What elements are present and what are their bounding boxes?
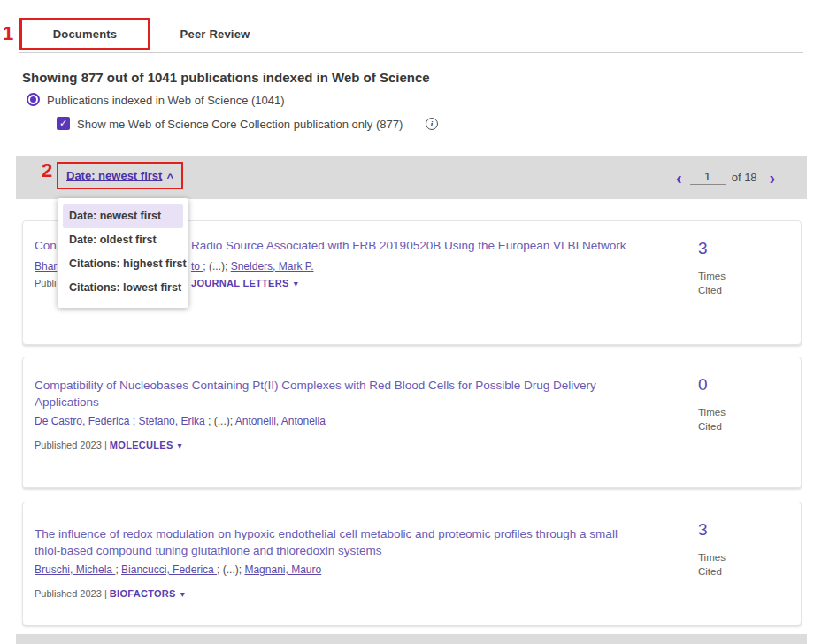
times-cited-label: Times Cited — [698, 269, 795, 297]
author-link[interactable]: Bhar — [35, 260, 57, 272]
sort-option-citations-lowest[interactable]: Citations: lowest first — [58, 276, 188, 300]
times-cited-label-line: Cited — [698, 419, 795, 433]
publication-title[interactable]: The influence of redox modulation on hyp… — [35, 525, 623, 559]
radio-indexed-publications-label[interactable]: Publications indexed in Web of Science (… — [47, 94, 285, 107]
authors-fragment: to ; (...); Snelders, Mark P. — [191, 260, 314, 272]
annotation-step-2: 2 — [42, 159, 52, 182]
times-cited-label-line: Times — [698, 550, 795, 564]
times-cited-count[interactable]: 0 — [698, 375, 795, 395]
sort-option-date-oldest[interactable]: Date: oldest first — [58, 228, 188, 252]
publication-authors-row: De Castro, Federica ; Stefano, Erika ; (… — [35, 415, 629, 427]
tab-documents-label: Documents — [53, 27, 118, 41]
page-count-label: of 18 — [732, 171, 757, 184]
tab-peer-review[interactable]: Peer Review — [166, 18, 264, 50]
author-link[interactable]: to — [191, 260, 203, 272]
times-cited-label-line: Cited — [698, 564, 795, 579]
next-page-icon[interactable]: › — [768, 169, 778, 187]
author-link[interactable]: Bruschi, Michela — [35, 564, 115, 576]
page-number-input[interactable]: 1 — [690, 170, 726, 185]
author-link[interactable]: Antonelli, Antonella — [235, 415, 326, 427]
publication-title-fragment[interactable]: Radio Source Associated with FRB 2019052… — [191, 239, 626, 252]
caret-down-icon[interactable]: ▾ — [180, 589, 185, 599]
published-date: Published 2023 — [35, 588, 102, 599]
authors-separator: ; (...); — [217, 564, 244, 576]
published-date: Published 2023 — [35, 440, 102, 450]
publication-meta-row: Published 2023 | MOLECULES▾ — [35, 440, 629, 450]
publication-title[interactable]: Compatibility of Nucleobases Containing … — [35, 377, 623, 410]
wos-researcher-documents-page: 1 Documents Peer Review Showing 877 out … — [0, 0, 814, 644]
times-cited-block: 3 Times Cited — [698, 239, 795, 297]
times-cited-count[interactable]: 3 — [698, 520, 795, 540]
publication-card-content: Compatibility of Nucleobases Containing … — [35, 377, 629, 450]
authors-separator: ; (...); — [208, 415, 235, 427]
next-toolbar-edge — [16, 634, 807, 644]
radio-indexed-publications[interactable] — [27, 93, 40, 106]
publication-authors-row: Bruschi, Michela ; Biancucci, Federica ;… — [35, 564, 629, 576]
times-cited-block: 0 Times Cited — [698, 375, 795, 433]
sort-dropdown-button[interactable]: Date: newest first ^ — [57, 162, 183, 189]
times-cited-label-line: Cited — [698, 283, 795, 297]
author-link[interactable]: Snelders, Mark P. — [231, 260, 314, 272]
core-collection-checkbox-label[interactable]: Show me Web of Science Core Collection p… — [77, 118, 403, 131]
journal-name[interactable]: JOURNAL LETTERS — [191, 278, 289, 288]
journal-fragment: JOURNAL LETTERS▾ — [191, 278, 298, 288]
times-cited-block: 3 Times Cited — [698, 520, 795, 579]
sort-option-date-newest[interactable]: Date: newest first — [63, 204, 183, 228]
tab-peer-review-label: Peer Review — [180, 27, 250, 41]
journal-name[interactable]: MOLECULES — [110, 440, 173, 450]
meta-separator: | — [104, 440, 107, 450]
core-collection-checkbox[interactable]: ✓ — [57, 117, 70, 130]
sort-options-menu: Date: newest first Date: oldest first Ci… — [58, 198, 188, 308]
publication-title-fragment[interactable]: Con — [35, 239, 57, 252]
times-cited-label: Times Cited — [698, 405, 795, 433]
journal-name[interactable]: BIOFACTORS — [110, 588, 176, 599]
published-fragment: Publi — [35, 278, 56, 288]
authors-separator: ; (...); — [203, 260, 230, 272]
tabs-divider — [19, 52, 803, 53]
times-cited-label-line: Times — [698, 269, 795, 283]
times-cited-label: Times Cited — [698, 550, 795, 579]
sort-dropdown-label: Date: newest first — [66, 169, 162, 182]
chevron-up-icon: ^ — [166, 171, 173, 184]
pagination: ‹ 1 of 18 › — [674, 156, 777, 199]
sort-option-citations-highest[interactable]: Citations: highest first — [58, 252, 188, 276]
radio-dot-icon — [30, 96, 36, 103]
tab-documents[interactable]: Documents — [19, 18, 150, 50]
publication-card-content: The influence of redox modulation on hyp… — [35, 525, 629, 599]
info-icon[interactable]: i — [426, 118, 438, 130]
meta-separator: | — [104, 588, 107, 599]
previous-page-icon[interactable]: ‹ — [674, 169, 684, 187]
times-cited-count[interactable]: 3 — [698, 239, 795, 258]
times-cited-label-line: Times — [698, 405, 795, 419]
author-link[interactable]: Stefano, Erika — [138, 415, 208, 427]
results-summary-heading: Showing 877 out of 1041 publications ind… — [22, 70, 430, 85]
annotation-step-1: 1 — [3, 22, 13, 45]
author-link[interactable]: Magnani, Mauro — [244, 564, 321, 576]
caret-down-icon[interactable]: ▾ — [178, 441, 182, 450]
publication-card-2: Compatibility of Nucleobases Containing … — [22, 356, 802, 488]
author-link[interactable]: De Castro, Federica — [35, 415, 133, 427]
author-link[interactable]: Biancucci, Federica — [121, 564, 217, 576]
caret-down-icon[interactable]: ▾ — [294, 279, 298, 288]
publication-meta-row: Published 2023 | BIOFACTORS▾ — [35, 588, 629, 599]
publication-card-3: The influence of redox modulation on hyp… — [22, 502, 802, 625]
